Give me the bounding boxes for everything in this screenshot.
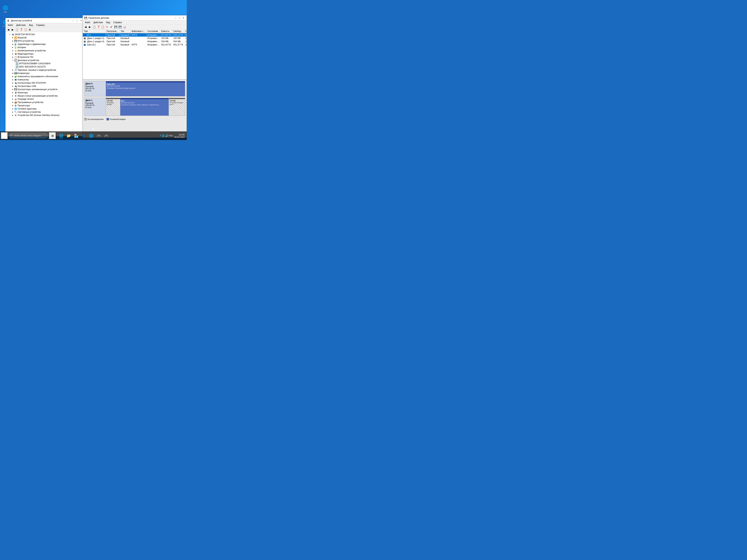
vol-type-d1p1: Базовый [120, 36, 130, 40]
tree-computer[interactable]: ▶ 💻 Компьютер [5, 78, 84, 81]
tree-network[interactable]: ▶ 🌐 Сетевые адаптеры [5, 107, 84, 110]
dm-minimize-button[interactable]: ─ [174, 17, 177, 19]
dm-menu-action[interactable]: Действие [92, 21, 104, 24]
tree-disk-wdc[interactable]: 💽 WDC WD10SPZX-24Z10T0 [5, 65, 84, 69]
dm-close-button[interactable]: ✕ [182, 17, 185, 19]
tree-mice[interactable]: ▶ 🖱 Мыши и иные указывающие устройства [5, 94, 84, 98]
col-status[interactable]: Состояние [146, 29, 160, 33]
dm-maximize-button[interactable]: □ [178, 17, 181, 19]
col-free-pct[interactable]: Свободно % [184, 29, 186, 33]
tree-root[interactable]: ▼ 🖥 DESKTOP-RPJF16U [5, 33, 84, 36]
disk0-visual[interactable]: Диск 0 Базовый 931,50 ГБ В сети Data (D:… [84, 81, 185, 97]
tree-disk-devices[interactable]: ▼ 💽 Дисковые устройства [5, 59, 84, 62]
tree-video[interactable]: ▶ 🖥 Видеоадаптеры [5, 52, 84, 55]
taskbar-chrome[interactable]: 🌐 [87, 132, 95, 139]
dm-back-button[interactable]: ◀ [83, 25, 87, 29]
minimize-button[interactable]: ─ [71, 19, 75, 22]
network-tray-icon[interactable]: 🌐 [162, 134, 165, 137]
col-free[interactable]: Свобод... [172, 29, 184, 33]
taskbar-clock[interactable]: 15:05 06-06-2023 [175, 133, 185, 138]
forward-button[interactable]: ▶ [10, 28, 15, 32]
start-button[interactable] [1, 132, 8, 139]
col-location[interactable]: Располож... [105, 29, 120, 33]
menu-action[interactable]: Действие [15, 24, 27, 27]
disk1-p3-status: Исправен (Раздел восст... [170, 102, 184, 105]
tree-processors[interactable]: ▶ ⚙ Процессоры [5, 104, 84, 107]
toolbar-btn-4[interactable]: ❓ [19, 28, 23, 32]
dm-toolbar-btn10[interactable]: 📊 [122, 25, 126, 29]
dm-menu-view[interactable]: Вид [105, 21, 111, 24]
disk1-partition-c[interactable]: (C:) 237,84 ГБ NTFS Исправен (Загрузка, … [120, 98, 169, 115]
tree-keyboards[interactable]: ▶ ⌨ Клавиатуры [5, 72, 84, 75]
tree-ide[interactable]: ▶ 🔌 Контроллеры IDE ATA/ATAPI [5, 81, 84, 84]
speaker-tray-icon[interactable]: 🔊 [165, 134, 169, 137]
dm-toolbar-btn3[interactable]: 📋 [92, 25, 96, 29]
col-capacity[interactable]: Емкость [160, 29, 172, 33]
dm-toolbar-btn8[interactable]: 💾 [114, 25, 118, 29]
table-row[interactable]: Data (D:) Простой Базовый NTFS Исправен.… [83, 43, 186, 46]
tree-battery[interactable]: ▶ 🔋 Батареи [5, 46, 84, 49]
tree-biometric[interactable]: ▶ 👆 Биометрические устройства [5, 49, 84, 52]
col-type[interactable]: Тип [120, 29, 130, 33]
disk1-status: В сети [85, 106, 105, 108]
maximize-button[interactable]: □ [75, 19, 79, 22]
dm-toolbar-btn7[interactable]: ✔ [109, 25, 113, 29]
dm-toolbar-btn6[interactable]: ✕ [105, 25, 109, 29]
tree-usb[interactable]: ▶ 🔌 Контроллеры USB [5, 84, 84, 88]
tree-hid[interactable]: ▶ 🖱 Устройства HID (Human Interface Devi… [5, 114, 84, 117]
vol-status-d: Исправен... [146, 43, 160, 46]
menu-file[interactable]: Файл [6, 24, 15, 27]
dm-toolbar-btn4[interactable]: ❓ [97, 25, 100, 29]
table-row[interactable]: (Диск 1 раздел 1) Простой Базовый Исправ… [83, 36, 186, 40]
disk-volumes-table-area[interactable]: Том Располож... Тип Файловая с... Состоя… [83, 29, 186, 80]
tree-sound[interactable]: ▶ 🎵 Звуковые, игровые и видеоустройства [5, 69, 84, 72]
tree-audio[interactable]: ▶ 🔊 Аудиовходы и аудиовыходы [5, 43, 84, 46]
toolbar-btn-3[interactable]: 📋 [15, 28, 19, 32]
col-volume[interactable]: Том [83, 29, 105, 33]
col-fs[interactable]: Файловая с... [130, 29, 146, 33]
taskbar-mail[interactable]: ✉ [80, 132, 87, 139]
search-bar[interactable]: 🔍 Чтобы начать поиск, введите [9, 133, 48, 138]
tree-software-components[interactable]: ▶ 🧩 Компоненты программного обеспечения [5, 75, 84, 78]
device-tree[interactable]: ▼ 🖥 DESKTOP-RPJF16U ▶ 📶 Bluetooth ▶ 💾 MT… [5, 32, 84, 136]
disk1-partition-100mb[interactable]: 100 МБ Исправен (Шифр [106, 98, 120, 115]
menu-help[interactable]: Справка [35, 24, 46, 27]
taskbar-file-explorer[interactable]: 📁 [65, 132, 72, 139]
tree-disk-mtf[interactable]: 💽 MTFDDAV256MBF-1AN15ABHA [5, 62, 84, 65]
toolbar-btn-5[interactable]: 📋 [24, 28, 27, 32]
disk-wdc-icon: 💽 [16, 65, 19, 68]
tree-sw-devices[interactable]: ▶ 📦 Программные устройства [5, 101, 84, 104]
tree-bluetooth[interactable]: ▶ 📶 Bluetooth [5, 36, 84, 39]
tree-print[interactable]: ▶ 🖨 Очереди печати [5, 98, 84, 101]
back-button[interactable]: ◀ [6, 28, 10, 32]
taskbar-store[interactable]: 🏪 [73, 132, 80, 139]
taskbar-edge[interactable]: 🌐 [57, 132, 65, 139]
menu-view[interactable]: Вид [27, 24, 34, 27]
desktop-icon-edge[interactable]: 🌐 edge [0, 4, 11, 15]
dm-menu-help[interactable]: Справка [112, 21, 123, 24]
tree-system-devices[interactable]: ▶ 🔧 Системные устройства [5, 110, 84, 114]
toolbar-btn-6[interactable]: 🖥 [28, 28, 32, 32]
tree-mtd[interactable]: ▶ 💾 MTD-устройства [5, 39, 84, 43]
disk-mgmt-toolbar: ◀ ▶ 📋 ❓ 📋 ✕ ✔ 💾 💾 📊 [83, 24, 186, 29]
disk1-partition-recovery[interactable]: 534 МБ Исправен (Раздел восст... [169, 98, 185, 115]
taskbar-steam[interactable]: 🎮 [95, 132, 102, 139]
dm-forward-button[interactable]: ▶ [88, 25, 92, 29]
show-hidden-icons[interactable]: ^ [160, 134, 161, 137]
desktop: 🌐 edge 🌐 Chrome 🖥 Диспетчер устройств ─ … [0, 0, 187, 140]
disk-devices-icon: 💽 [14, 59, 17, 62]
taskbar-steam2[interactable]: 🎮 [103, 132, 110, 139]
tree-firmware[interactable]: ▶ 📋 Встроенное ПО [5, 55, 84, 59]
lang-tray[interactable]: РУС [169, 135, 173, 137]
table-row[interactable]: (Диск 1 раздел 4) Простой Базовый Исправ… [83, 40, 186, 43]
table-row[interactable]: (C:) Простой Базовый NTFS Исправен... 23… [83, 33, 186, 36]
tree-monitors[interactable]: ▶ 🖥 Мониторы [5, 91, 84, 94]
disk0-partition-data[interactable]: Data (D:) 931,50 ГБ NTFS Исправен (Базов… [106, 81, 185, 96]
disk1-visual[interactable]: Диск 1 Базовый 238,46 ГБ В сети 100 МБ И… [84, 98, 185, 116]
close-button[interactable]: ✕ [79, 19, 83, 22]
dm-toolbar-btn9[interactable]: 💾 [118, 25, 122, 29]
dm-menu-file[interactable]: Файл [83, 21, 92, 24]
dm-toolbar-btn5[interactable]: 📋 [101, 25, 105, 29]
task-view-button[interactable]: ⊞ [49, 132, 56, 139]
tree-storage[interactable]: ▶ 💾 Контроллеры запоминающих устройств [5, 88, 84, 91]
